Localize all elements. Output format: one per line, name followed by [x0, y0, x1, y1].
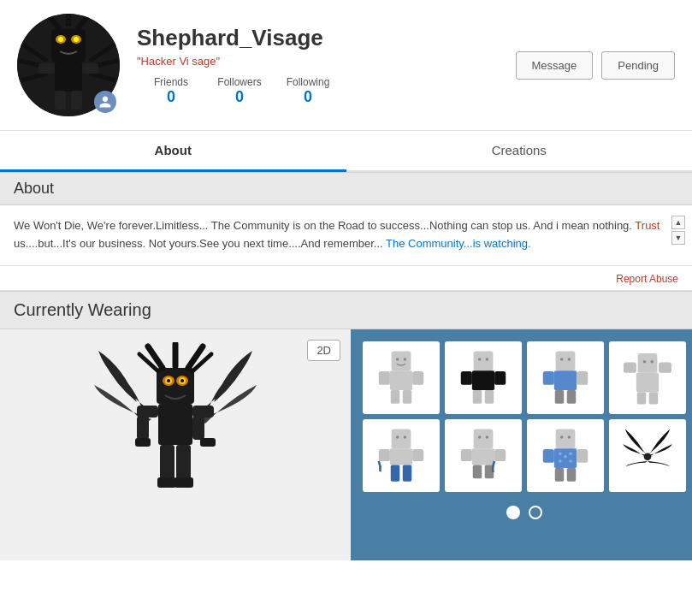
- about-text-part1: We Won't Die, We're forever.Limitless...…: [14, 219, 635, 232]
- svg-rect-67: [638, 353, 658, 373]
- svg-rect-60: [554, 370, 577, 390]
- community-link[interactable]: The Community...is watching.: [386, 237, 531, 250]
- wearing-preview: 2D: [0, 329, 351, 560]
- item-4[interactable]: [609, 341, 686, 414]
- svg-rect-87: [473, 465, 482, 478]
- svg-point-94: [564, 455, 567, 459]
- svg-rect-56: [485, 390, 494, 404]
- svg-point-49: [396, 358, 399, 361]
- scroll-arrows: ▲ ▼: [671, 216, 685, 245]
- svg-point-57: [478, 358, 482, 361]
- svg-rect-45: [379, 371, 390, 385]
- svg-point-81: [396, 435, 399, 439]
- svg-rect-53: [461, 371, 472, 385]
- svg-point-74: [651, 360, 654, 364]
- pending-button[interactable]: Pending: [601, 51, 675, 80]
- item-1[interactable]: [363, 341, 440, 414]
- svg-point-73: [643, 360, 647, 364]
- profile-header: Shephard_Visage "Hacker Vi sage" Friends…: [0, 0, 692, 131]
- svg-rect-34: [137, 416, 149, 440]
- grid-row-1: [363, 341, 686, 414]
- scroll-up[interactable]: ▲: [671, 216, 685, 229]
- svg-point-50: [404, 358, 407, 361]
- scroll-down[interactable]: ▼: [671, 231, 685, 245]
- svg-rect-35: [192, 406, 214, 418]
- tabs: About Creations: [0, 131, 692, 172]
- item-3[interactable]: [527, 341, 604, 414]
- svg-point-26: [180, 379, 184, 382]
- stats-row: Friends 0 Followers 0 Following 0: [137, 76, 516, 106]
- svg-rect-84: [472, 448, 494, 465]
- svg-point-104: [644, 453, 652, 460]
- btn-2d[interactable]: 2D: [307, 340, 340, 361]
- following-count: 0: [304, 88, 312, 106]
- followers-label: Followers: [217, 76, 261, 88]
- svg-rect-33: [137, 406, 158, 418]
- username: Shephard_Visage: [137, 25, 516, 51]
- wearing-section: 2D: [0, 329, 692, 560]
- svg-rect-36: [192, 416, 204, 440]
- svg-rect-61: [543, 371, 554, 385]
- tab-creations[interactable]: Creations: [346, 131, 693, 172]
- avatar-badge: [94, 91, 116, 113]
- svg-rect-98: [543, 449, 554, 463]
- item-8[interactable]: [609, 419, 686, 492]
- svg-rect-59: [556, 351, 576, 370]
- svg-point-90: [486, 435, 489, 439]
- friends-stat: Friends 0: [137, 76, 205, 106]
- svg-rect-19: [71, 91, 82, 110]
- svg-rect-77: [379, 449, 390, 461]
- grid-row-2: [363, 419, 686, 492]
- svg-rect-38: [200, 438, 216, 447]
- svg-rect-79: [391, 465, 400, 481]
- item-2[interactable]: [445, 341, 522, 414]
- svg-rect-41: [157, 477, 176, 488]
- svg-rect-91: [556, 429, 576, 448]
- svg-rect-78: [412, 449, 423, 461]
- following-stat: Following 0: [274, 76, 342, 106]
- svg-rect-44: [390, 370, 412, 390]
- svg-point-66: [568, 358, 571, 361]
- user-icon: [98, 95, 112, 109]
- svg-point-5: [74, 37, 79, 42]
- followers-stat: Followers 0: [205, 76, 274, 106]
- svg-rect-18: [55, 91, 66, 110]
- message-button[interactable]: Message: [516, 51, 594, 80]
- svg-rect-62: [577, 371, 588, 385]
- svg-point-96: [559, 459, 562, 463]
- svg-rect-63: [555, 390, 565, 404]
- svg-point-93: [559, 453, 562, 456]
- svg-rect-43: [392, 351, 411, 370]
- report-abuse-link[interactable]: Report Abuse: [616, 273, 678, 285]
- svg-rect-76: [390, 448, 412, 465]
- page-dot-2[interactable]: [529, 506, 542, 519]
- svg-point-4: [58, 37, 63, 42]
- svg-point-65: [560, 358, 564, 361]
- svg-point-89: [478, 435, 482, 439]
- svg-point-82: [404, 435, 407, 439]
- page-dot-1[interactable]: [506, 506, 520, 519]
- svg-rect-48: [403, 390, 412, 404]
- svg-point-58: [486, 358, 489, 361]
- svg-rect-101: [567, 468, 577, 482]
- friends-label: Friends: [154, 76, 188, 88]
- alias: "Hacker Vi sage": [137, 55, 516, 68]
- avatar-wrap: [17, 14, 120, 116]
- svg-rect-71: [637, 393, 647, 405]
- svg-rect-64: [567, 390, 577, 404]
- wearing-grid: [351, 329, 692, 560]
- svg-rect-47: [391, 390, 400, 404]
- about-text: We Won't Die, We're forever.Limitless...…: [14, 217, 678, 253]
- svg-rect-54: [494, 371, 506, 385]
- svg-rect-85: [461, 449, 472, 461]
- item-6[interactable]: [445, 419, 522, 492]
- item-7[interactable]: [527, 419, 604, 492]
- svg-rect-39: [160, 445, 174, 479]
- item-5[interactable]: [363, 419, 440, 492]
- trust-link[interactable]: Trust: [635, 219, 659, 232]
- about-text-part2: us....but...It's our business. Not yours…: [14, 237, 386, 250]
- svg-rect-70: [659, 363, 671, 373]
- tab-about[interactable]: About: [0, 131, 346, 172]
- svg-rect-55: [473, 390, 482, 404]
- followers-count: 0: [235, 88, 244, 106]
